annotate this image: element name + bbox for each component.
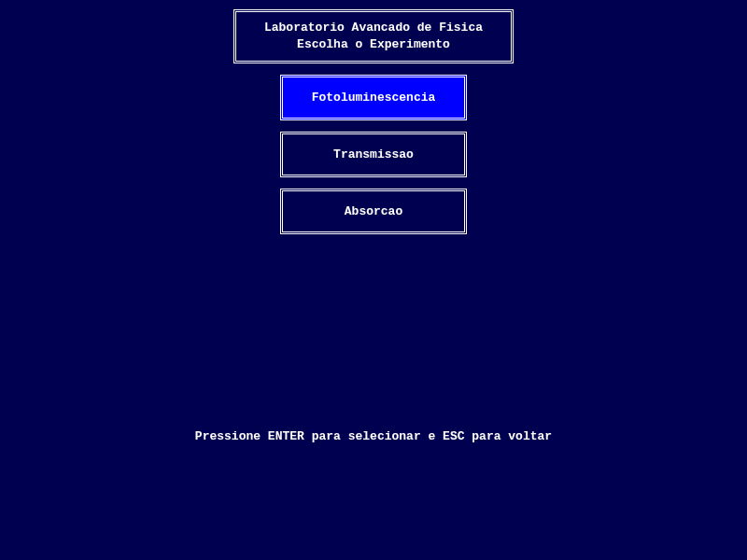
menu-item-label: Fotoluminescencia xyxy=(312,91,436,105)
footer-hint: Pressione ENTER para selecionar e ESC pa… xyxy=(0,429,747,443)
header-box: Laboratorio Avancado de Fisica Escolha o… xyxy=(233,9,514,63)
menu-item-label: Absorcao xyxy=(345,204,402,218)
menu-item-fotoluminescencia[interactable]: Fotoluminescencia xyxy=(280,75,467,120)
header-title-line1: Laboratorio Avancado de Fisica xyxy=(240,20,507,36)
menu-container: Fotoluminescencia Transmissao Absorcao xyxy=(280,75,467,245)
menu-item-transmissao[interactable]: Transmissao xyxy=(280,132,467,177)
menu-item-absorcao[interactable]: Absorcao xyxy=(280,189,467,234)
menu-item-label: Transmissao xyxy=(333,147,414,161)
header-title-line2: Escolha o Experimento xyxy=(240,36,507,53)
